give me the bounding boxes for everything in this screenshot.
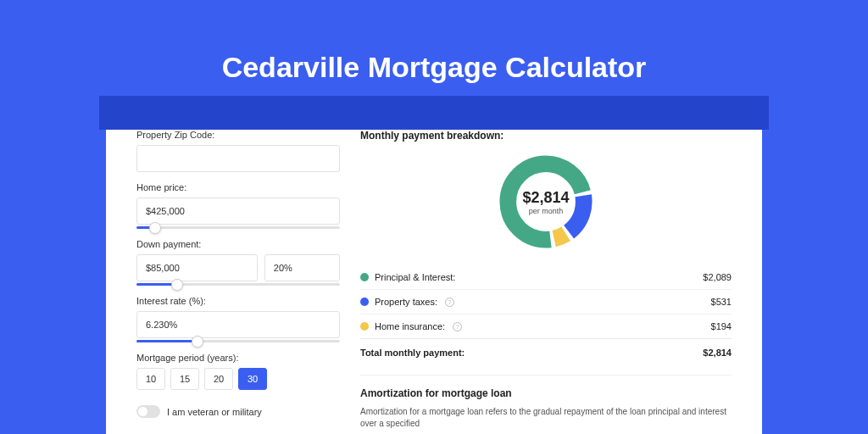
legend-dot: [360, 273, 369, 281]
donut-center-sub: per month: [522, 207, 569, 215]
inputs-column: Property Zip Code: Home price: Down paym…: [136, 130, 340, 434]
calculator-card: Property Zip Code: Home price: Down paym…: [106, 108, 762, 434]
interest-rate-label: Interest rate (%):: [136, 296, 340, 306]
veteran-toggle[interactable]: [136, 405, 160, 418]
interest-rate-slider[interactable]: [136, 340, 340, 342]
veteran-label: I am veteran or military: [167, 407, 262, 417]
breakdown-column: Monthly payment breakdown: $2,814 per mo…: [360, 130, 732, 434]
down-payment-label: Down payment:: [136, 239, 340, 249]
legend-label: Home insurance:: [375, 321, 445, 331]
home-price-label: Home price:: [136, 182, 340, 192]
legend-list: Principal & Interest:$2,089Property taxe…: [360, 265, 732, 338]
total-value: $2,814: [703, 348, 732, 358]
zip-field: Property Zip Code:: [136, 130, 340, 172]
legend-value: $194: [711, 321, 732, 331]
total-label: Total monthly payment:: [360, 348, 465, 358]
mortgage-period-options: 10152030: [136, 368, 340, 390]
breakdown-title: Monthly payment breakdown:: [360, 130, 732, 142]
period-option-10[interactable]: 10: [136, 368, 165, 390]
interest-rate-field: Interest rate (%):: [136, 296, 340, 342]
donut-center-amount: $2,814: [522, 189, 569, 207]
page-title: Cedarville Mortgage Calculator: [0, 0, 868, 91]
legend-value: $531: [711, 297, 732, 307]
home-price-slider[interactable]: [136, 226, 340, 229]
header-accent-bar: [99, 96, 769, 130]
down-payment-percent-input[interactable]: [264, 254, 340, 281]
down-payment-amount-input[interactable]: [136, 254, 258, 281]
amortization-text: Amortization for a mortgage loan refers …: [360, 406, 732, 430]
mortgage-period-label: Mortgage period (years):: [136, 353, 340, 363]
down-payment-field: Down payment:: [136, 239, 340, 286]
legend-row: Principal & Interest:$2,089: [360, 265, 732, 290]
interest-rate-slider-fill: [136, 340, 198, 342]
amortization-title: Amortization for mortgage loan: [360, 387, 732, 399]
legend-dot: [360, 322, 369, 331]
info-icon[interactable]: ?: [453, 322, 462, 331]
total-row: Total monthly payment: $2,814: [360, 338, 732, 370]
donut-chart-wrap: $2,814 per month: [360, 147, 732, 257]
legend-row: Home insurance:?$194: [360, 314, 732, 338]
info-icon[interactable]: ?: [445, 298, 454, 307]
home-price-slider-thumb[interactable]: [149, 222, 161, 234]
interest-rate-slider-thumb[interactable]: [192, 336, 203, 348]
home-price-input[interactable]: [136, 198, 340, 225]
donut-center: $2,814 per month: [522, 189, 569, 215]
amortization-section: Amortization for mortgage loan Amortizat…: [360, 375, 732, 430]
legend-dot: [360, 298, 369, 306]
veteran-row: I am veteran or military: [136, 405, 340, 418]
period-option-30[interactable]: 30: [238, 368, 267, 390]
zip-input[interactable]: [136, 145, 340, 172]
legend-label: Principal & Interest:: [375, 272, 455, 282]
zip-label: Property Zip Code:: [136, 130, 340, 140]
mortgage-period-field: Mortgage period (years): 10152030: [136, 353, 340, 390]
legend-value: $2,089: [703, 272, 732, 282]
legend-label: Property taxes:: [375, 297, 437, 307]
period-option-20[interactable]: 20: [204, 368, 233, 390]
down-payment-slider-thumb[interactable]: [171, 279, 183, 291]
down-payment-slider[interactable]: [136, 283, 340, 286]
period-option-15[interactable]: 15: [170, 368, 199, 390]
home-price-field: Home price:: [136, 182, 340, 229]
legend-row: Property taxes:?$531: [360, 290, 732, 314]
interest-rate-input[interactable]: [136, 311, 340, 338]
